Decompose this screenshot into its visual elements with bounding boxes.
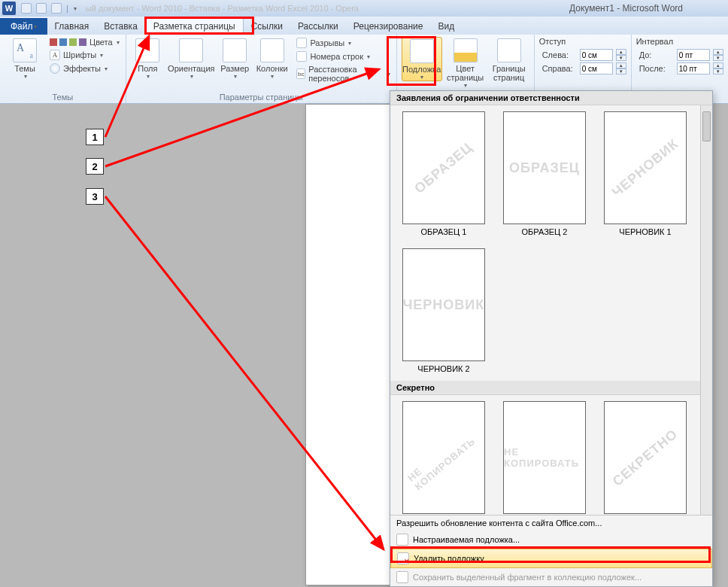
theme-fonts-button[interactable]: A Шрифты▾: [48, 49, 121, 61]
indent-left-label: Слева:: [542, 50, 577, 59]
wm-preview: ЧЕРНОВИК: [403, 297, 485, 313]
size-icon: [223, 38, 247, 62]
wm-preview: ОБРАЗЕЦ: [411, 139, 475, 196]
watermark-gallery: Заявления об ограничении ответственности…: [390, 90, 713, 587]
footer-update-label: Разрешить обновление контента с сайта Of…: [396, 519, 602, 528]
tab-insert[interactable]: Вставка: [96, 18, 145, 35]
wm-preview: НЕ КОПИРОВАТЬ: [405, 423, 482, 492]
group-page-setup-title: Параметры страницы: [131, 93, 392, 102]
wm-preview: НЕ КОПИРОВАТЬ: [504, 446, 585, 469]
remove-watermark-icon: ✕: [397, 552, 409, 564]
thumb-label: ОБРАЗЕЦ 2: [522, 227, 568, 236]
spacing-before-spinner[interactable]: ▲▼: [713, 49, 723, 61]
tab-file[interactable]: Файл ▾: [0, 18, 47, 35]
thumb-label: ЧЕРНОВИК 1: [619, 227, 671, 236]
group-themes: A a Темы ▾ Цвета▾ A Шрифты▾: [0, 35, 126, 103]
document-title: Документ1 - Microsoft Word: [569, 3, 683, 14]
themes-button[interactable]: A a Темы ▾: [5, 37, 45, 80]
gallery-section-disclaimers: Заявления об ограничении ответственности: [390, 91, 712, 105]
tab-view[interactable]: Вид: [430, 18, 462, 35]
page-borders-button[interactable]: Границы страниц: [489, 37, 529, 82]
hyphenation-icon: bc: [296, 68, 305, 79]
background-window-title: ый документ - Word 2010 - Вставка - Разм…: [86, 4, 359, 13]
tab-review[interactable]: Рецензирование: [346, 18, 431, 35]
fonts-label: Шрифты: [63, 50, 96, 59]
gallery-section-secret: Секретно: [390, 381, 712, 395]
gallery-scroll: ОБРАЗЕЦ ОБРАЗЕЦ 1 ОБРАЗЕЦ ОБРАЗЕЦ 2 ЧЕРН…: [390, 105, 712, 515]
page-color-label: Цвет страницы: [445, 64, 486, 82]
spacing-after-input[interactable]: [677, 62, 710, 75]
size-button[interactable]: Размер▾: [218, 37, 252, 80]
save-icon[interactable]: [21, 3, 32, 14]
margins-icon: [135, 38, 159, 62]
wm-preview: СЕКРЕТНО: [610, 426, 681, 489]
tab-references[interactable]: Ссылки: [244, 18, 290, 35]
indent-header: Отступ: [539, 37, 626, 47]
redo-icon[interactable]: [51, 3, 62, 14]
line-numbers-button[interactable]: Номера строк▾: [295, 50, 391, 62]
watermark-sample1[interactable]: ОБРАЗЕЦ ОБРАЗЕЦ 1: [399, 111, 488, 236]
thumb-label: ОБРАЗЕЦ 1: [421, 227, 467, 236]
hyphenation-button[interactable]: bcРасстановка переносов▾: [295, 64, 391, 84]
watermark-icon: [410, 39, 434, 63]
qat-customize-icon[interactable]: ▾: [74, 5, 77, 12]
gallery-scrollbar[interactable]: [700, 105, 712, 515]
theme-colors-button[interactable]: Цвета▾: [48, 37, 121, 47]
footer-save-label: Сохранить выделенный фрагмент в коллекци…: [413, 573, 642, 582]
watermark-secret1[interactable]: СЕКРЕТНО СЕКРЕТНО 1: [601, 401, 690, 515]
effects-icon: [50, 63, 60, 74]
columns-button[interactable]: Колонки▾: [255, 37, 289, 80]
tab-home[interactable]: Главная: [47, 18, 97, 35]
custom-watermark-icon: [396, 534, 408, 546]
wm-preview: ЧЕРНОВИК: [609, 135, 682, 200]
word-icon: W: [2, 2, 16, 15]
page-borders-label: Границы страниц: [489, 64, 529, 82]
spacing-after-spinner[interactable]: ▲▼: [713, 62, 723, 75]
spacing-after-label: После:: [639, 64, 674, 73]
indent-left-input[interactable]: [580, 49, 613, 61]
page-color-icon: [453, 38, 478, 62]
columns-icon: [260, 38, 284, 62]
breaks-icon: [296, 38, 307, 48]
margins-button[interactable]: Поля▾: [131, 37, 165, 80]
watermark-draft2[interactable]: ЧЕРНОВИК ЧЕРНОВИК 2: [399, 248, 488, 373]
chevron-down-icon: ▾: [34, 23, 37, 30]
orientation-label: Ориентация: [168, 64, 214, 73]
gallery-footer: Разрешить обновление контента с сайта Of…: [390, 515, 712, 586]
group-page-setup: Поля▾ Ориентация▾ Размер▾ Колонки▾ Разры…: [126, 35, 397, 103]
tab-file-label: Файл: [11, 21, 33, 32]
colors-icon: [50, 38, 86, 46]
undo-icon[interactable]: [36, 3, 47, 14]
indent-right-spinner[interactable]: ▲▼: [616, 62, 626, 75]
scrollbar-thumb[interactable]: [702, 111, 711, 141]
watermark-sample2[interactable]: ОБРАЗЕЦ ОБРАЗЕЦ 2: [500, 111, 589, 236]
breaks-label: Разрывы: [310, 38, 344, 47]
spacing-before-input[interactable]: [677, 49, 710, 61]
footer-remove-watermark[interactable]: ✕Удалить подложку: [390, 549, 712, 568]
page-borders-icon: [497, 38, 521, 62]
watermark-draft1[interactable]: ЧЕРНОВИК ЧЕРНОВИК 1: [601, 111, 690, 236]
hyphenation-label: Расстановка переносов: [308, 65, 383, 83]
orientation-icon: [179, 38, 203, 62]
annotation-2: 2: [86, 158, 104, 175]
ribbon-tabs: Файл ▾ Главная Вставка Разметка страницы…: [0, 17, 728, 35]
margins-label: Поля: [138, 64, 157, 73]
indent-right-input[interactable]: [580, 62, 613, 75]
save-selection-icon: [396, 571, 408, 583]
page-color-button[interactable]: Цвет страницы▾: [445, 37, 486, 89]
watermark-nocopy2[interactable]: НЕ КОПИРОВАТЬ НЕ КОПИРОВАТЬ 2: [500, 401, 589, 515]
watermark-nocopy1[interactable]: НЕ КОПИРОВАТЬ НЕ КОПИРОВАТЬ 1: [399, 401, 488, 515]
effects-label: Эффекты: [63, 64, 101, 73]
theme-effects-button[interactable]: Эффекты▾: [48, 62, 121, 75]
line-numbers-icon: [296, 51, 307, 62]
footer-allow-update[interactable]: Разрешить обновление контента с сайта Of…: [390, 516, 712, 531]
spacing-header: Интервал: [636, 37, 723, 47]
orientation-button[interactable]: Ориентация▾: [168, 37, 214, 80]
tab-mailings[interactable]: Рассылки: [290, 18, 346, 35]
tab-page-layout[interactable]: Разметка страницы: [145, 17, 244, 35]
breaks-button[interactable]: Разрывы▾: [295, 37, 391, 49]
indent-left-spinner[interactable]: ▲▼: [616, 49, 626, 61]
chevron-down-icon: ▾: [24, 73, 27, 80]
footer-custom-watermark[interactable]: Настраиваемая подложка...: [390, 531, 712, 549]
watermark-button[interactable]: Подложка▾: [402, 37, 442, 81]
